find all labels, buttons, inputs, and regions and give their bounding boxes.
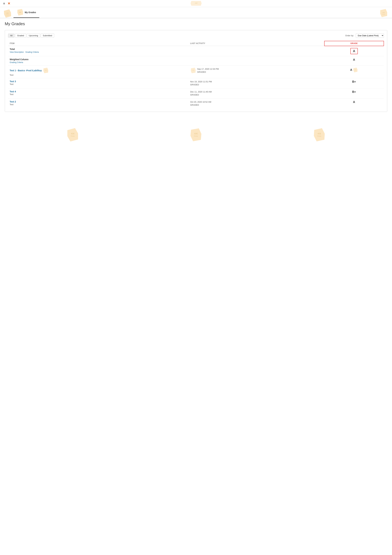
page-content: My Grades All Graded Upcoming Submitted … bbox=[0, 18, 392, 151]
svg-text:代写: 代写 bbox=[6, 13, 8, 14]
grading-criteria-link-total[interactable]: Grading Criteria bbox=[25, 51, 39, 53]
svg-marker-16 bbox=[66, 128, 80, 142]
item-cell-test1: Test 1 - Basics -Prod iLabilituy 代写 Test bbox=[8, 66, 189, 78]
item-name-weighted: Weighted Column bbox=[10, 58, 187, 61]
grade-cell-weighted: A bbox=[324, 56, 384, 66]
svg-text:代写: 代写 bbox=[195, 2, 198, 4]
last-activity-cell-test3: Nov 19, 2020 11:51 PM GRADED bbox=[189, 78, 324, 88]
svg-marker-22 bbox=[313, 128, 326, 142]
svg-marker-19 bbox=[189, 128, 203, 141]
svg-text:代写: 代写 bbox=[317, 133, 321, 135]
table-row: Test 2 Test Oct 20, 2020 10:52 AM GRADED… bbox=[8, 98, 384, 109]
nav-tabs-row: 代写 Essay 代写 My Grades 代写 Essay bbox=[0, 7, 392, 18]
filter-btn-all[interactable]: All bbox=[8, 34, 15, 37]
view-description-link[interactable]: View Description bbox=[10, 51, 24, 53]
item-cell-total: Total View Description Grading Criteria bbox=[8, 46, 189, 56]
svg-text:Essay: Essay bbox=[71, 135, 75, 137]
item-name-test3[interactable]: Test 3 bbox=[10, 80, 16, 83]
last-activity-text-test3: Nov 19, 2020 11:51 PM GRADED bbox=[190, 80, 323, 86]
filter-btn-graded[interactable]: Graded bbox=[15, 34, 26, 37]
grades-container: All Graded Upcoming Submitted Order by: … bbox=[5, 30, 387, 112]
top-center-watermark: 代写 bbox=[190, 0, 203, 7]
item-cell-test2: Test 2 Test bbox=[8, 98, 189, 109]
item-subtype-test2: Test bbox=[10, 103, 187, 106]
test1-watermark: 代写 bbox=[43, 67, 49, 73]
grade-cell-test1: A 代写 bbox=[324, 66, 384, 78]
nav-tab-my-grades[interactable]: 代写 My Grades bbox=[14, 7, 39, 18]
filter-btn-submitted[interactable]: Submitted bbox=[41, 34, 54, 37]
grade-value-test2: A bbox=[353, 100, 355, 104]
grade-value-total: A bbox=[350, 48, 358, 54]
nav-left-badge: 代写 Essay bbox=[3, 9, 12, 18]
svg-text:Essay: Essay bbox=[194, 135, 198, 137]
nav-left-watermark: 代写 Essay bbox=[3, 9, 12, 18]
nav-right-badge: 代写 Essay bbox=[378, 9, 389, 17]
last-activity-cell-total bbox=[189, 46, 324, 56]
table-header-row: ITEM LAST ACTIVITY GRADE bbox=[8, 41, 384, 46]
svg-text:代写: 代写 bbox=[382, 12, 385, 13]
grade-cell-test4: B+ bbox=[324, 88, 384, 98]
last-activity-cell-test4: Dec 11, 2020 11:40 AM GRADED bbox=[189, 88, 324, 98]
item-name-test4[interactable]: Test 4 bbox=[10, 90, 16, 93]
grade-cell-test2: A bbox=[324, 98, 384, 109]
svg-text:Essay: Essay bbox=[317, 135, 321, 137]
grade-cell-total: A bbox=[324, 46, 384, 56]
top-bar-icons: ≡ ✕ bbox=[3, 2, 10, 5]
test1-grade-watermark: 代写 bbox=[353, 67, 358, 73]
last-activity-text-test1: Sep 17, 2020 12:34 PM GRADED bbox=[197, 67, 219, 74]
table-row: Total View Description Grading Criteria … bbox=[8, 46, 384, 56]
bottom-watermark-right: 代写 Essay bbox=[312, 128, 327, 142]
top-bar: ≡ ✕ 代写 bbox=[0, 0, 392, 7]
item-subtype-test3: Test bbox=[10, 83, 187, 85]
bottom-watermark-center: 代写 Essay bbox=[189, 128, 203, 142]
svg-text:代写: 代写 bbox=[19, 12, 21, 13]
filter-row: All Graded Upcoming Submitted Order by: … bbox=[8, 33, 384, 38]
hamburger-icon[interactable]: ≡ bbox=[3, 2, 5, 5]
item-cell-test3: Test 3 Test bbox=[8, 78, 189, 88]
table-row: Test 3 Test Nov 19, 2020 11:51 PM GRADED… bbox=[8, 78, 384, 88]
order-by-select[interactable]: Due Date (Latest First) Due Date (Earlie… bbox=[356, 33, 384, 38]
column-header-last-activity: LAST ACTIVITY bbox=[189, 41, 324, 46]
nav-tab-label: My Grades bbox=[25, 11, 36, 14]
table-row: Test 1 - Basics -Prod iLabilituy 代写 Test bbox=[8, 66, 384, 78]
svg-text:代写: 代写 bbox=[192, 70, 194, 71]
close-icon[interactable]: ✕ bbox=[7, 2, 10, 5]
grades-table: ITEM LAST ACTIVITY GRADE Total View Desc… bbox=[8, 41, 384, 109]
grade-value-test3: B+ bbox=[352, 80, 356, 83]
item-name-total: Total bbox=[10, 48, 187, 50]
item-cell-test4: Test 4 Test bbox=[8, 88, 189, 98]
last-activity-cell-test1: 代写 Sep 17, 2020 12:34 PM GRADED bbox=[189, 66, 324, 78]
grade-value-test4: B+ bbox=[352, 90, 356, 94]
item-subtype-test1: Test bbox=[10, 74, 187, 76]
svg-text:代写: 代写 bbox=[355, 70, 356, 70]
svg-text:代写: 代写 bbox=[71, 133, 74, 135]
order-by-label: Order by: bbox=[345, 34, 354, 37]
svg-text:Essay: Essay bbox=[382, 14, 385, 15]
grade-value-weighted: A bbox=[353, 58, 355, 61]
filter-btn-upcoming[interactable]: Upcoming bbox=[27, 34, 40, 37]
column-header-grade: GRADE bbox=[324, 41, 384, 46]
nav-center-badge: 代写 bbox=[17, 9, 24, 16]
last-activity-cell-test2: Oct 20, 2020 10:52 AM GRADED bbox=[189, 98, 324, 109]
item-actions-total: View Description Grading Criteria bbox=[10, 51, 187, 53]
page-title: My Grades bbox=[5, 21, 387, 26]
nav-right-watermark: 代写 Essay bbox=[378, 9, 389, 18]
grading-criteria-link-weighted[interactable]: Grading Criteria bbox=[10, 61, 23, 64]
table-row: Test 4 Test Dec 11, 2020 11:40 AM GRADED… bbox=[8, 88, 384, 98]
top-bar-center: 代写 bbox=[190, 0, 203, 7]
bottom-watermark-left: 代写 Essay bbox=[65, 128, 80, 142]
column-header-item: ITEM bbox=[8, 41, 189, 46]
item-name-test2[interactable]: Test 2 bbox=[10, 100, 16, 103]
test1-activity-watermark: 代写 bbox=[190, 67, 196, 73]
item-subtype-test4: Test bbox=[10, 93, 187, 95]
table-row: Weighted Column Grading Criteria A bbox=[8, 56, 384, 66]
item-actions-weighted: Grading Criteria bbox=[10, 61, 187, 64]
last-activity-text-test4: Dec 11, 2020 11:40 AM GRADED bbox=[190, 90, 323, 96]
grade-value-test1: A bbox=[350, 68, 352, 72]
svg-text:代写: 代写 bbox=[194, 133, 198, 135]
bottom-watermarks: 代写 Essay 代写 Essay 代写 Essay bbox=[5, 118, 387, 148]
item-name-test1[interactable]: Test 1 - Basics -Prod iLabilituy bbox=[10, 69, 42, 72]
grade-cell-test3: B+ bbox=[324, 78, 384, 88]
item-cell-weighted: Weighted Column Grading Criteria bbox=[8, 56, 189, 66]
last-activity-text-test2: Oct 20, 2020 10:52 AM GRADED bbox=[190, 100, 323, 107]
